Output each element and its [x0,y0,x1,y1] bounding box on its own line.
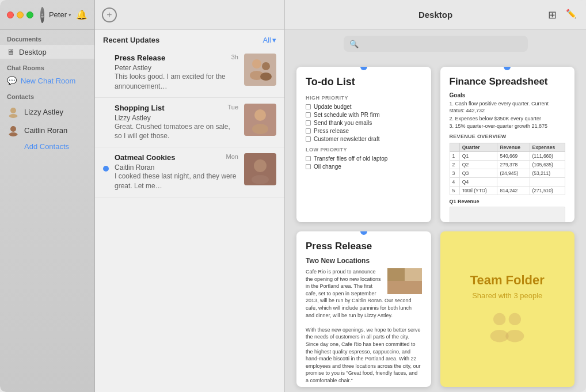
compose-button[interactable]: ✏️ [566,9,577,21]
message-thumb-3 [244,153,276,185]
todo-title: To-do List [306,76,422,88]
message-sender-2: Lizzy Astley [115,114,238,122]
message-thumb-2 [244,104,276,136]
press-subtitle: Two New Locations [306,257,422,265]
desktop-label: Desktop [19,48,47,56]
svg-point-21 [493,313,505,325]
sidebar-item-chat-icon-row: 💬 New Chat Room [0,74,94,87]
card-finance[interactable]: Finance Spreadsheet Goals 1. Cash flow p… [440,67,575,222]
message-header-3: Oatmeal Cookies Mon [115,153,238,162]
message-title-1: Press Release [115,54,165,62]
titlebar: Peter ▾ 🔔 [0,0,94,30]
contact-caitlin[interactable]: Caitlin Roran [0,121,94,139]
svg-point-13 [252,124,268,134]
message-content-3: Oatmeal Cookies Mon Caitlin Roran I cook… [115,153,238,191]
q1-revenue-chart [450,207,566,222]
message-thumb-1 [244,54,276,86]
message-header-2: Shopping List Tue [115,104,238,112]
todo-item-5: Customer newsletter draft [306,136,422,142]
all-label: All [263,36,271,44]
unread-dot-3 [103,166,109,172]
todo-item-1: Update budget [306,104,422,110]
sidebar: Peter ▾ 🔔 Documents 🖥 Desktop Chat Rooms… [0,0,95,392]
press-image [387,268,422,294]
main-title: Desktop [418,10,452,20]
finance-goal-2: 2. Expenses below $350K every quarter [450,116,566,123]
svg-point-2 [10,108,16,113]
main-header: Desktop ⊞ ✏️ [285,0,586,30]
notifications-bell-icon[interactable]: 🔔 [76,9,87,20]
todo-item-4: Press release [306,128,422,134]
message-title-2: Shopping List [115,104,165,112]
avatar [40,7,44,23]
middle-panel: + Recent Updates All ▾ Press Release 3h … [95,0,285,392]
table-row-1: 1 Q1 540,669 (111,660) [450,152,565,161]
q1-revenue-label: Q1 Revenue [450,199,566,204]
press-title: Press Release [306,241,422,252]
message-content-1: Press Release 3h Peter Astley This looks… [115,54,238,92]
todo-card-content: To-do List HIGH PRIORITY Update budget S… [296,67,431,222]
message-item-shopping-list[interactable]: Shopping List Tue Lizzy Astley Great. Cr… [95,98,284,148]
svg-rect-18 [387,268,405,281]
table-row-3: 3 Q3 (24,945) (53,211) [450,169,565,178]
search-bar-area: 🔍 [285,30,586,58]
add-contacts-link[interactable]: Add Contacts [0,139,94,154]
revenue-table: Quarter Revenue Expenses 1 Q1 540,669 (1… [450,143,566,195]
new-tab-button[interactable]: ⊞ [548,9,557,21]
user-name[interactable]: Peter ▾ [49,10,71,19]
todo-item-3: Send thank you emails [306,120,422,126]
chat-rooms-section-label: Chat Rooms [0,59,94,74]
cards-grid: To-do List HIGH PRIORITY Update budget S… [285,58,586,392]
traffic-lights [7,12,33,18]
card-todo[interactable]: To-do List HIGH PRIORITY Update budget S… [296,67,431,222]
table-header-num [450,143,459,152]
svg-rect-19 [405,268,422,281]
svg-point-15 [254,159,267,172]
contacts-section-label: Contacts [0,87,94,102]
table-row-2: 2 Q2 279,378 (105,635) [450,161,565,169]
new-chat-room-link[interactable]: New Chat Room [21,77,75,85]
card-press-release[interactable]: Press Release Two New Locations Cafe Rio… [296,231,431,387]
table-header-quarter: Quarter [459,143,497,152]
svg-point-24 [506,330,524,342]
todo-low-priority-label: LOW PRIORITY [306,147,422,153]
close-button[interactable] [7,12,14,18]
message-item-oatmeal[interactable]: Oatmeal Cookies Mon Caitlin Roran I cook… [95,147,284,197]
press-body: Cafe Rio is proud to announce the openin… [306,268,422,387]
message-preview-3: I cooked these last night, and they were… [115,172,238,191]
svg-point-1 [41,16,44,17]
svg-point-0 [41,13,43,15]
revenue-overview-label: REVENUE OVERVIEW [450,134,566,139]
recent-updates-title: Recent Updates [103,36,159,44]
svg-point-10 [260,73,272,81]
finance-title: Finance Spreadsheet [450,76,566,87]
recent-updates-bar: Recent Updates All ▾ [95,30,284,48]
svg-rect-6 [244,54,276,86]
message-item-press-release[interactable]: Press Release 3h Peter Astley This looks… [95,48,284,98]
main-actions: ⊞ ✏️ [548,9,577,21]
search-input[interactable] [362,40,522,48]
message-preview-1: This looks good. I am excited for the an… [115,72,238,92]
svg-point-7 [252,59,261,68]
message-time-2: Tue [227,104,238,112]
sidebar-item-desktop[interactable]: 🖥 Desktop [0,45,94,59]
all-dropdown[interactable]: All ▾ [263,36,276,44]
svg-point-5 [9,132,18,136]
svg-point-3 [9,114,18,118]
add-button[interactable]: + [102,7,117,22]
fullscreen-button[interactable] [26,12,33,18]
team-folder-content: Team Folder Shared with 3 people [440,231,575,387]
team-folder-icon [484,311,530,346]
chat-icon: 💬 [7,76,17,85]
message-preview-2: Great. Crushed tomatoes are on sale, so … [115,122,238,142]
contact-lizzy[interactable]: Lizzy Astley [0,102,94,121]
middle-header: + [95,0,284,30]
search-icon: 🔍 [349,40,359,48]
card-team-folder[interactable]: Team Folder Shared with 3 people [440,231,575,387]
minimize-button[interactable] [17,12,24,18]
main-content: Desktop ⊞ ✏️ 🔍 To-do List HIGH PRIORITY … [285,0,586,392]
table-header-revenue: Revenue [497,143,530,152]
contact-avatar-lizzy [7,105,20,118]
desktop-icon: 🖥 [7,47,15,56]
svg-point-4 [10,126,16,132]
